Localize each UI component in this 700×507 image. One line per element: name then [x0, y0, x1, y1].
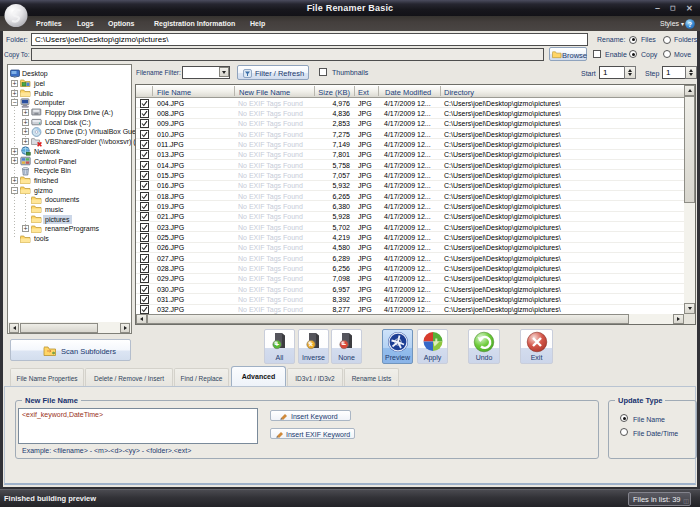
svg-text:+: +: [274, 340, 279, 349]
svg-text:×: ×: [308, 340, 313, 349]
svg-text:?: ?: [688, 21, 692, 28]
svg-text:−: −: [341, 340, 346, 349]
